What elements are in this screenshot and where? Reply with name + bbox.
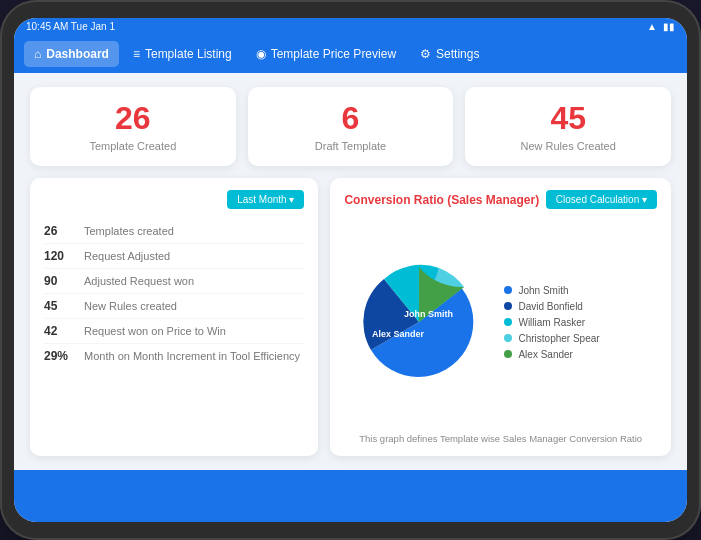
main-content: 26 Template Created 6 Draft Template 45 …	[14, 73, 687, 470]
row-num-0: 26	[44, 224, 74, 238]
nav-template-listing-label: Template Listing	[145, 47, 232, 61]
chart-header: Conversion Ratio (Sales Manager) Closed …	[344, 190, 657, 209]
chart-legend: John Smith David Bonfield William Rasker	[504, 285, 599, 360]
legend-dot-2	[504, 318, 512, 326]
stat-label-templates: Template Created	[40, 140, 226, 152]
legend-item-2: William Rasker	[504, 317, 599, 328]
chart-body: John Smith Alex Sander John Smith	[344, 217, 657, 427]
right-panel: Conversion Ratio (Sales Manager) Closed …	[330, 178, 671, 456]
last-month-dropdown[interactable]: Last Month ▾	[227, 190, 304, 209]
nav-settings[interactable]: ⚙ Settings	[410, 41, 489, 67]
stat-number-templates: 26	[40, 101, 226, 136]
closed-calculation-label: Closed Calculation ▾	[556, 194, 647, 205]
status-time: 10:45 AM Tue Jan 1	[26, 21, 115, 32]
last-month-label: Last Month ▾	[237, 194, 294, 205]
list-item: 45 New Rules created	[44, 294, 304, 319]
tablet-screen: 10:45 AM Tue Jan 1 ▲ ▮▮ ⌂ Dashboard ≡ Te…	[14, 18, 687, 522]
legend-dot-0	[504, 286, 512, 294]
list-icon: ≡	[133, 47, 140, 61]
row-num-2: 90	[44, 274, 74, 288]
battery-icon: ▮▮	[663, 21, 675, 32]
nav-template-listing[interactable]: ≡ Template Listing	[123, 41, 242, 67]
legend-label-3: Christopher Spear	[518, 333, 599, 344]
eye-icon: ◉	[256, 47, 266, 61]
legend-item-1: David Bonfield	[504, 301, 599, 312]
legend-label-1: David Bonfield	[518, 301, 582, 312]
wifi-icon: ▲	[647, 21, 657, 32]
svg-text:Alex Sander: Alex Sander	[372, 329, 425, 339]
stat-number-draft: 6	[258, 101, 444, 136]
stat-label-draft: Draft Template	[258, 140, 444, 152]
legend-dot-3	[504, 334, 512, 342]
stat-card-rules: 45 New Rules Created	[465, 87, 671, 166]
row-label-1: Request Adjusted	[84, 250, 170, 262]
stat-card-draft: 6 Draft Template	[248, 87, 454, 166]
row-label-0: Templates created	[84, 225, 174, 237]
list-item: 120 Request Adjusted	[44, 244, 304, 269]
bottom-row: Last Month ▾ 26 Templates created 120 Re…	[30, 178, 671, 456]
list-item: 42 Request won on Price to Win	[44, 319, 304, 344]
row-num-3: 45	[44, 299, 74, 313]
legend-label-4: Alex Sander	[518, 349, 572, 360]
left-panel-header: Last Month ▾	[44, 190, 304, 209]
stat-label-rules: New Rules Created	[475, 140, 661, 152]
legend-label-2: William Rasker	[518, 317, 585, 328]
pie-chart: John Smith Alex Sander	[344, 257, 494, 387]
row-num-5: 29%	[44, 349, 74, 363]
home-icon: ⌂	[34, 47, 41, 61]
legend-dot-1	[504, 302, 512, 310]
nav-bar: ⌂ Dashboard ≡ Template Listing ◉ Templat…	[14, 35, 687, 73]
stat-number-rules: 45	[475, 101, 661, 136]
row-num-4: 42	[44, 324, 74, 338]
legend-dot-4	[504, 350, 512, 358]
list-item: 29% Month on Month Increment in Tool Eff…	[44, 344, 304, 368]
row-label-5: Month on Month Increment in Tool Efficie…	[84, 350, 300, 362]
gear-icon: ⚙	[420, 47, 431, 61]
legend-item-0: John Smith	[504, 285, 599, 296]
stats-row: 26 Template Created 6 Draft Template 45 …	[30, 87, 671, 166]
svg-text:John Smith: John Smith	[404, 309, 453, 319]
status-bar: 10:45 AM Tue Jan 1 ▲ ▮▮	[14, 18, 687, 35]
nav-settings-label: Settings	[436, 47, 479, 61]
list-item: 90 Adjusted Request won	[44, 269, 304, 294]
nav-price-preview[interactable]: ◉ Template Price Preview	[246, 41, 406, 67]
left-panel: Last Month ▾ 26 Templates created 120 Re…	[30, 178, 318, 456]
tablet-frame: 10:45 AM Tue Jan 1 ▲ ▮▮ ⌂ Dashboard ≡ Te…	[0, 0, 701, 540]
legend-label-0: John Smith	[518, 285, 568, 296]
legend-item-3: Christopher Spear	[504, 333, 599, 344]
nav-dashboard[interactable]: ⌂ Dashboard	[24, 41, 119, 67]
nav-price-preview-label: Template Price Preview	[271, 47, 396, 61]
row-label-2: Adjusted Request won	[84, 275, 194, 287]
chart-caption: This graph defines Template wise Sales M…	[344, 433, 657, 444]
blue-footer	[14, 470, 687, 522]
legend-item-4: Alex Sander	[504, 349, 599, 360]
chart-title: Conversion Ratio (Sales Manager)	[344, 193, 539, 207]
list-item: 26 Templates created	[44, 219, 304, 244]
row-num-1: 120	[44, 249, 74, 263]
status-icons: ▲ ▮▮	[647, 21, 675, 32]
closed-calculation-dropdown[interactable]: Closed Calculation ▾	[546, 190, 657, 209]
stat-card-templates: 26 Template Created	[30, 87, 236, 166]
row-label-4: Request won on Price to Win	[84, 325, 226, 337]
nav-dashboard-label: Dashboard	[46, 47, 109, 61]
row-label-3: New Rules created	[84, 300, 177, 312]
